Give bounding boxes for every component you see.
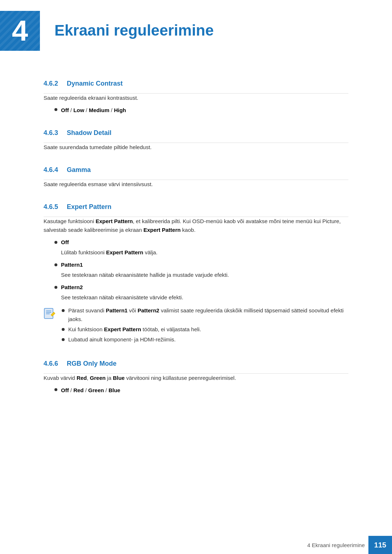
rgb-red: Red <box>77 375 87 381</box>
sub-desc-pattern1: See testekraan näitab ekraanisätete hall… <box>61 271 348 279</box>
section-465-heading: 4.6.5 Expert Pattern <box>44 203 348 211</box>
section-464-title: Gamma <box>67 166 91 174</box>
chapter-title: Ekraani reguleerimine <box>40 11 228 50</box>
footer-chapter-label: 4 Ekraani reguleerimine <box>307 542 368 548</box>
section-464-body: Saate reguleerida esmase värvi intensiiv… <box>44 180 348 189</box>
note-item-1: Pärast suvandi Pattern1 või Pattern2 val… <box>62 306 348 324</box>
section-463-body: Saate suurendada tumedate piltide heledu… <box>44 143 348 152</box>
sub-item-off: Off <box>54 238 348 247</box>
opt-off: Off <box>61 107 69 113</box>
section-464-heading: 4.6.4 Gamma <box>44 166 348 174</box>
page: 4 Ekraani reguleerimine 4.6.2 Dynamic Co… <box>0 0 392 554</box>
footer: 4 Ekraani reguleerimine 115 <box>0 536 392 554</box>
section-465-body: Kasutage funktsiooni Expert Pattern, et … <box>44 217 348 234</box>
rgb-blue: Blue <box>113 375 125 381</box>
bullet-dot-p2 <box>54 286 57 289</box>
expert-pattern-ref1: Expert Pattern <box>95 218 133 224</box>
note-text-3: Lubatud ainult komponent- ja HDMI-režiim… <box>68 335 176 344</box>
section-466-options: Off / Red / Green / Blue <box>54 386 348 395</box>
section-463-heading: 4.6.3 Shadow Detail <box>44 129 348 137</box>
section-462-heading: 4.6.2 Dynamic Contrast <box>44 80 348 87</box>
bullet-dot-p1 <box>54 263 57 266</box>
section-466-heading: 4.6.6 RGB Only Mode <box>44 360 348 368</box>
section-466-body: Kuvab värvid Red, Green ja Blue värvitoo… <box>44 374 348 382</box>
bullet-dot <box>54 108 57 111</box>
opt-high: High <box>114 107 126 113</box>
section-465-title: Expert Pattern <box>67 203 111 211</box>
section-462-options: Off / Low / Medium / High <box>54 106 348 115</box>
chapter-number-block: 4 <box>0 11 40 51</box>
bullet-dot-n2 <box>62 328 65 331</box>
sub-item-pattern2: Pattern2 <box>54 283 348 292</box>
chapter-number: 4 <box>12 16 28 45</box>
bullet-dot-n3 <box>62 338 65 341</box>
section-463-title: Shadow Detail <box>67 129 111 137</box>
sub-item-pattern1: Pattern1 <box>54 260 348 269</box>
rgb-opt-green: Green <box>88 387 104 393</box>
section-463-number: 4.6.3 <box>44 129 58 137</box>
section-464-number: 4.6.4 <box>44 166 58 174</box>
rgb-opt-blue: Blue <box>109 387 121 393</box>
note-item-3: Lubatud ainult komponent- ja HDMI-režiim… <box>62 335 348 344</box>
footer-page-number: 115 <box>368 536 392 554</box>
opt-low: Low <box>73 107 84 113</box>
bullet-dot-off <box>54 241 57 244</box>
list-item-rgb: Off / Red / Green / Blue <box>54 386 348 395</box>
opt-medium: Medium <box>89 107 110 113</box>
note-bullets-list: Pärast suvandi Pattern1 või Pattern2 val… <box>62 306 348 345</box>
section-465-number: 4.6.5 <box>44 203 58 211</box>
expert-pattern-ref3: Expert Pattern <box>106 249 143 255</box>
sub-desc-pattern2: See testekraan näitab ekraanisätete värv… <box>61 293 348 302</box>
rgb-options-text: Off / Red / Green / Blue <box>61 386 120 395</box>
sub-item-off-label: Off <box>61 238 69 247</box>
note-icon <box>44 307 57 320</box>
section-462-body: Saate reguleerida ekraani kontrastsust. <box>44 94 348 102</box>
bullet-dot-n1 <box>62 309 65 312</box>
section-466-number: 4.6.6 <box>44 360 58 368</box>
section-466-title: RGB Only Mode <box>67 360 117 368</box>
rgb-green: Green <box>90 375 106 381</box>
note-block: Pärast suvandi Pattern1 või Pattern2 val… <box>44 306 348 345</box>
svg-rect-0 <box>44 308 53 319</box>
option-text: Off / Low / Medium / High <box>61 106 126 115</box>
header: 4 Ekraani reguleerimine <box>0 0 392 58</box>
rgb-opt-red: Red <box>73 387 83 393</box>
section-462-title: Dynamic Contrast <box>67 80 123 87</box>
sub-desc-off: Lülitab funktsiooni Expert Pattern välja… <box>61 248 348 257</box>
note-text-1: Pärast suvandi Pattern1 või Pattern2 val… <box>68 306 348 324</box>
section-462-number: 4.6.2 <box>44 80 58 87</box>
note-text-2: Kui funktsioon Expert Pattern töötab, ei… <box>68 325 201 334</box>
rgb-opt-off: Off <box>61 387 69 393</box>
note-item-2: Kui funktsioon Expert Pattern töötab, ei… <box>62 325 348 334</box>
bullet-dot-rgb <box>54 388 57 391</box>
expert-pattern-ref2: Expert Pattern <box>143 227 181 233</box>
content: 4.6.2 Dynamic Contrast Saate reguleerida… <box>0 58 392 419</box>
sub-item-pattern1-label: Pattern1 <box>61 260 83 269</box>
list-item: Off / Low / Medium / High <box>54 106 348 115</box>
sub-item-pattern2-label: Pattern2 <box>61 283 83 292</box>
